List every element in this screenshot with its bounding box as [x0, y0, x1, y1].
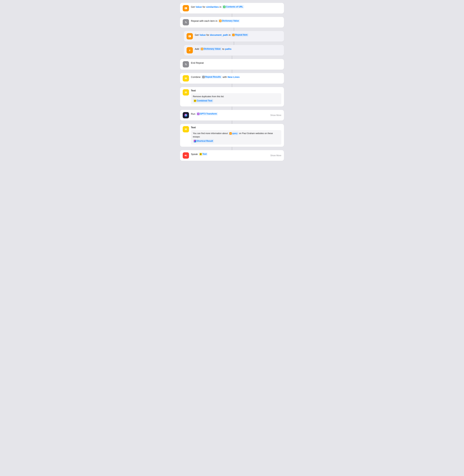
svg-rect-5	[224, 7, 224, 8]
show-more-1[interactable]: Show More	[270, 114, 281, 117]
gpt3-icon	[183, 112, 189, 118]
text-2-title: Text	[191, 126, 281, 129]
combine-card[interactable]: Combine Repeat Results with New Lines	[180, 73, 284, 84]
shortcut-result-icon	[194, 140, 196, 142]
with-label: with	[222, 75, 227, 79]
lines-icon-2	[183, 89, 189, 96]
for-label: for	[203, 5, 205, 9]
svg-rect-7	[220, 20, 221, 21]
green-grid-icon	[223, 6, 225, 8]
run-gpt3-content: Run GPT3 Transform	[191, 112, 268, 116]
text-badge-icon	[200, 153, 202, 155]
svg-rect-6	[224, 7, 225, 8]
svg-rect-10	[189, 36, 190, 36]
repeat-item-text: Repeat Item	[235, 33, 247, 36]
dictionary-value-badge-1[interactable]: Dictionary Value	[218, 19, 240, 23]
text-2-content-box[interactable]: You can find more information about x qu…	[191, 130, 281, 145]
svg-rect-33	[200, 154, 201, 155]
repeat-with-each-label: Repeat with each item in	[191, 19, 217, 23]
gpt3-transform-badge[interactable]: GPT3 Transform	[196, 112, 218, 116]
combine-label: Combine	[191, 75, 201, 79]
connector-nested-2	[234, 42, 234, 45]
repeat-each-content: Repeat with each item in Dictionary Valu…	[191, 19, 281, 23]
x-icon-1: x	[232, 34, 235, 36]
text-1-title: Text	[191, 89, 281, 92]
svg-rect-31	[200, 154, 201, 154]
repeat-results-text: Repeat Results	[205, 75, 221, 79]
x-icon-2: x	[229, 132, 232, 135]
svg-rect-18	[185, 92, 187, 93]
repeat-item-badge[interactable]: x Repeat Item	[231, 33, 248, 37]
for-label-2: for	[206, 33, 209, 37]
add-variable-content: Add Dictionary Value to paths	[195, 47, 281, 51]
svg-rect-15	[185, 78, 187, 79]
svg-rect-29	[185, 130, 187, 130]
new-lines-label: New Lines	[228, 75, 240, 79]
dict-icon-1	[183, 5, 189, 11]
show-more-2[interactable]: Show More	[270, 154, 281, 157]
run-gpt3-card[interactable]: Run GPT3 Transform Show More	[180, 110, 284, 120]
gpt3-transform-text: GPT3 Transform	[200, 112, 217, 115]
text-card-2[interactable]: Text You can find more information about…	[180, 124, 284, 147]
svg-rect-3	[224, 6, 224, 7]
repeat-results-badge[interactable]: Repeat Results	[201, 75, 222, 79]
get-value-card-2[interactable]: Get Value for document_path in x Repeat …	[184, 31, 284, 42]
text-2-block: Text You can find more information about…	[191, 126, 281, 145]
svg-rect-2	[185, 8, 186, 9]
svg-rect-32	[200, 154, 201, 154]
combine-content: Combine Repeat Results with New Lines	[191, 75, 281, 79]
add-variable-card[interactable]: x Add Dictionary Value to paths	[184, 45, 284, 56]
combined-text-badge[interactable]: Combined Text	[193, 99, 213, 103]
end-repeat-card[interactable]: End Repeat	[180, 59, 284, 70]
similarities-label: similarities	[206, 5, 219, 9]
to-label: to	[222, 47, 224, 51]
get-label: Get	[191, 5, 195, 9]
query-badge[interactable]: x query	[228, 132, 239, 135]
repeat-results-icon	[202, 76, 205, 78]
svg-rect-21	[194, 101, 196, 101]
value-label: Value	[195, 5, 202, 9]
get-value-card-1[interactable]: Get Value for similarities in Contents o…	[180, 3, 284, 14]
contents-of-url-badge[interactable]: Contents of URL	[222, 5, 244, 9]
text-badge[interactable]: Text	[199, 152, 208, 156]
svg-rect-27	[185, 129, 187, 129]
svg-rect-14	[185, 78, 187, 78]
shortcut-result-badge[interactable]: Shortcut Result	[193, 139, 214, 143]
text-2-main: You can find more information about	[193, 132, 228, 135]
lines-icon-1	[183, 75, 189, 81]
svg-rect-20	[194, 100, 196, 101]
run-label: Run	[191, 112, 195, 116]
dictionary-value-text-1: Dictionary Value	[222, 19, 239, 22]
document-path-label: document_path	[210, 33, 228, 37]
text-card-1[interactable]: Text Remove duplicates from this list: C…	[180, 87, 284, 107]
svg-rect-28	[185, 129, 187, 129]
x-var-icon: x	[187, 47, 193, 53]
lines-icon-3	[183, 126, 189, 132]
repeat-icon-1	[183, 19, 189, 25]
end-repeat-label: End Repeat	[191, 61, 204, 65]
add-label: Add	[195, 47, 199, 51]
repeat-icon-2	[183, 61, 189, 68]
value-label-2: Value	[199, 33, 206, 37]
repeat-each-card[interactable]: Repeat with each item in Dictionary Valu…	[180, 17, 284, 28]
text-1-content-box[interactable]: Remove duplicates from this list: Combin…	[191, 93, 281, 104]
dictionary-value-badge-2[interactable]: Dictionary Value	[200, 47, 222, 51]
paths-label: paths	[225, 47, 232, 51]
dict-icon-2	[187, 33, 193, 40]
speak-label: Speak	[191, 152, 198, 156]
svg-rect-4	[224, 6, 225, 7]
orange-dict-icon-1	[219, 20, 222, 22]
svg-rect-16	[185, 79, 187, 79]
connector-nested-1	[234, 28, 234, 31]
svg-rect-1	[185, 8, 186, 8]
combined-text-icon	[194, 100, 196, 102]
svg-rect-12	[202, 49, 203, 50]
speak-card[interactable]: Speak Text Show More	[180, 150, 284, 161]
query-text: query	[232, 132, 238, 135]
svg-rect-8	[220, 21, 220, 21]
gpt3-badge-icon	[197, 113, 200, 115]
text-1-block: Text Remove duplicates from this list: C…	[191, 89, 281, 104]
shortcut-result-text: Shortcut Result	[197, 139, 213, 143]
dictionary-value-text-2: Dictionary Value	[204, 47, 221, 50]
svg-rect-11	[189, 36, 190, 37]
